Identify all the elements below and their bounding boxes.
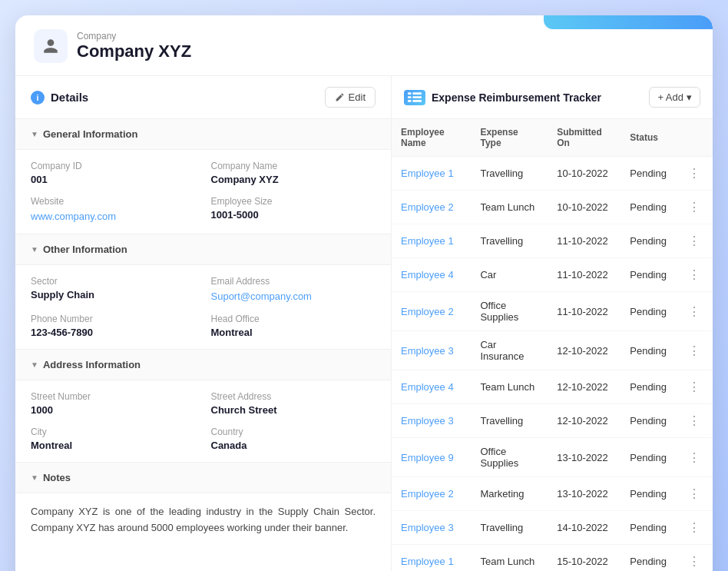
submitted-on-cell: 11-10-2022 [548,258,620,292]
head-office-field: Head Office Montreal [211,314,376,338]
more-options-button[interactable]: ⋮ [685,485,703,503]
employee-name-cell[interactable]: Employee 4 [392,258,471,292]
employee-size-label: Employee Size [211,196,376,207]
employee-name-cell[interactable]: Employee 9 [392,438,471,477]
status-cell: Pending [620,545,676,572]
street-address-field: Street Address Church Street [211,391,376,416]
sector-label: Sector [31,276,196,287]
status-cell: Pending [620,511,676,545]
company-name-label: Company Name [211,161,376,171]
sector-field: Sector Supply Chain [31,276,196,303]
expense-type-cell: Office Supplies [471,438,548,477]
notes-section-header: ▼ Notes [15,463,391,493]
breadcrumb: Company [77,31,191,41]
col-submitted-on: Submitted On [548,119,620,157]
page-header: Company Company XYZ [15,15,713,76]
actions-cell: ⋮ [676,511,713,545]
street-number-label: Street Number [31,391,196,402]
more-options-button[interactable]: ⋮ [685,412,703,430]
employee-name-cell[interactable]: Employee 1 [392,224,471,258]
more-options-button[interactable]: ⋮ [685,553,703,570]
expense-type-cell: Travelling [471,404,548,438]
more-options-button[interactable]: ⋮ [685,342,703,360]
submitted-on-cell: 13-10-2022 [548,438,620,477]
head-office-label: Head Office [211,314,376,324]
actions-cell: ⋮ [676,370,713,404]
status-cell: Pending [620,404,676,438]
city-value: Montreal [31,440,196,451]
add-label: + Add [657,91,683,103]
expense-type-cell: Car [471,258,548,292]
expense-type-cell: Travelling [471,511,548,545]
other-info-fields: Sector Supply Chain Email Address Suport… [15,265,391,350]
table-row: Employee 9 Office Supplies 13-10-2022 Pe… [392,438,713,477]
employee-name-cell[interactable]: Employee 3 [392,404,471,438]
submitted-on-cell: 15-10-2022 [548,545,620,572]
table-row: Employee 2 Office Supplies 11-10-2022 Pe… [392,292,713,331]
employee-name-cell[interactable]: Employee 3 [392,511,471,545]
company-id-value: 001 [31,174,196,185]
website-link[interactable]: www.company.com [31,211,116,222]
company-name-value: Company XYZ [211,174,376,185]
svg-rect-1 [412,92,422,95]
more-options-button[interactable]: ⋮ [685,303,703,320]
submitted-on-cell: 13-10-2022 [548,477,620,511]
street-address-value: Church Street [211,404,376,416]
employee-name-cell[interactable]: Employee 1 [392,157,471,191]
details-title: Details [51,91,88,104]
list-icon [408,92,422,102]
more-options-button[interactable]: ⋮ [685,449,703,466]
submitted-on-cell: 10-10-2022 [548,191,620,224]
employee-name-cell[interactable]: Employee 1 [392,545,471,572]
tracker-title: Expense Reimbursement Tracker [432,91,601,104]
more-options-button[interactable]: ⋮ [685,164,703,182]
expense-type-cell: Team Lunch [471,545,548,572]
submitted-on-cell: 12-10-2022 [548,404,620,438]
right-panel: Expense Reimbursement Tracker + Add ▾ Em… [392,76,713,571]
submitted-on-cell: 11-10-2022 [548,224,620,258]
employee-name-cell[interactable]: Employee 2 [392,191,471,224]
chevron-icon: ▼ [31,130,38,138]
more-options-button[interactable]: ⋮ [685,519,703,536]
expense-type-cell: Travelling [471,157,548,191]
general-info-section-header: ▼ General Information [15,119,391,150]
email-field: Email Address Suport@company.com [211,276,376,303]
more-options-button[interactable]: ⋮ [685,232,703,250]
more-options-button[interactable]: ⋮ [685,198,703,216]
table-row: Employee 2 Team Lunch 10-10-2022 Pending… [392,191,713,224]
svg-rect-4 [408,100,412,102]
status-cell: Pending [620,191,676,224]
actions-cell: ⋮ [676,224,713,258]
website-field: Website www.company.com [31,196,196,223]
notes-label: Notes [43,472,71,483]
col-employee-name: Employee Name [392,119,471,157]
other-info-label: Other Information [43,244,127,255]
status-cell: Pending [620,292,676,331]
table-body: Employee 1 Travelling 10-10-2022 Pending… [392,157,713,572]
table-row: Employee 1 Travelling 11-10-2022 Pending… [392,224,713,258]
employee-size-field: Employee Size 1001-5000 [211,196,376,223]
expense-type-cell: Team Lunch [471,370,548,404]
employee-name-cell[interactable]: Employee 4 [392,370,471,404]
details-title-group: i Details [31,91,88,105]
employee-name-cell[interactable]: Employee 2 [392,292,471,331]
status-cell: Pending [620,224,676,258]
left-panel: i Details Edit ▼ General Information Com… [15,76,392,571]
expense-table-container: Employee Name Expense Type Submitted On … [392,119,713,571]
employee-name-cell[interactable]: Employee 2 [392,477,471,511]
add-button[interactable]: + Add ▾ [649,87,700,108]
more-options-button[interactable]: ⋮ [685,378,703,396]
actions-cell: ⋮ [676,331,713,370]
status-cell: Pending [620,157,676,191]
submitted-on-cell: 10-10-2022 [548,157,620,191]
sector-value: Supply Chain [31,289,196,300]
employee-name-cell[interactable]: Employee 3 [392,331,471,370]
actions-cell: ⋮ [676,545,713,572]
more-options-button[interactable]: ⋮ [685,266,703,284]
country-label: Country [211,427,376,437]
edit-button[interactable]: Edit [325,87,376,108]
person-icon [42,38,59,55]
submitted-on-cell: 11-10-2022 [548,292,620,331]
chevron-icon: ▼ [31,245,38,254]
email-link[interactable]: Suport@company.com [211,290,312,302]
